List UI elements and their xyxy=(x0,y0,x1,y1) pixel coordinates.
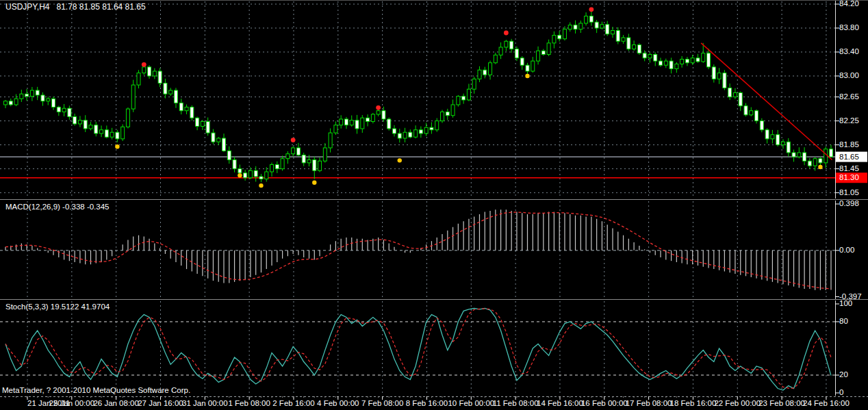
svg-text:17 Feb 08:00: 17 Feb 08:00 xyxy=(626,399,672,407)
svg-text:27 Jan 16:00: 27 Jan 16:00 xyxy=(138,399,183,407)
svg-text:81.30: 81.30 xyxy=(839,173,859,181)
svg-text:81.45: 81.45 xyxy=(839,164,859,172)
chart-background xyxy=(0,0,868,410)
svg-text:7 Feb 08:00: 7 Feb 08:00 xyxy=(361,399,403,407)
svg-text:0.00: 0.00 xyxy=(839,246,854,254)
svg-text:100: 100 xyxy=(839,299,852,307)
svg-text:82.25: 82.25 xyxy=(839,116,859,125)
svg-text:4 Feb 00:00: 4 Feb 00:00 xyxy=(317,399,359,407)
current-price-badge: 81.65 xyxy=(836,152,867,162)
svg-text:0.398: 0.398 xyxy=(839,199,859,207)
svg-text:25 Jan 00:00: 25 Jan 00:00 xyxy=(49,399,95,407)
svg-text:1 Feb 08:00: 1 Feb 08:00 xyxy=(228,399,270,407)
svg-text:83.40: 83.40 xyxy=(839,47,859,55)
svg-text:24 Feb 16:00: 24 Feb 16:00 xyxy=(803,399,850,407)
buy-dot xyxy=(398,158,402,162)
svg-text:8 Feb 16:00: 8 Feb 16:00 xyxy=(406,399,448,407)
buy-dot xyxy=(238,173,242,177)
svg-text:10 Feb 00:00: 10 Feb 00:00 xyxy=(448,399,494,407)
svg-text:0: 0 xyxy=(839,388,843,396)
svg-text:83.80: 83.80 xyxy=(839,23,859,31)
trading-terminal-chart-window[interactable]: 84.2083.8083.4083.0082.6582.2581.8581.45… xyxy=(0,0,868,410)
sell-dot xyxy=(291,138,296,142)
sell-dot xyxy=(504,31,509,36)
buy-dot xyxy=(115,144,119,149)
svg-text:31 Jan 00:00: 31 Jan 00:00 xyxy=(182,399,228,407)
svg-text:23 Feb 08:00: 23 Feb 08:00 xyxy=(758,399,805,407)
buy-dot xyxy=(525,74,529,78)
sell-dot xyxy=(376,105,381,110)
svg-text:16 Feb 00:00: 16 Feb 00:00 xyxy=(581,399,628,407)
svg-text:20: 20 xyxy=(839,370,848,379)
svg-text:82.65: 82.65 xyxy=(839,92,859,101)
svg-text:83.00: 83.00 xyxy=(839,71,859,79)
sell-dot xyxy=(142,62,146,67)
svg-text:14 Feb 16:00: 14 Feb 16:00 xyxy=(537,399,583,407)
svg-text:81.85: 81.85 xyxy=(839,140,859,149)
svg-text:81.05: 81.05 xyxy=(839,188,859,196)
svg-text:80: 80 xyxy=(839,317,848,325)
svg-text:2 Feb 16:00: 2 Feb 16:00 xyxy=(272,399,314,407)
svg-text:84.20: 84.20 xyxy=(839,0,859,8)
buy-dot xyxy=(312,181,316,185)
svg-text:26 Jan 08:00: 26 Jan 08:00 xyxy=(93,399,139,407)
buy-dot xyxy=(818,165,822,169)
buy-dot xyxy=(259,183,263,188)
svg-text:18 Feb 16:00: 18 Feb 16:00 xyxy=(670,399,717,407)
svg-text:11 Feb 08:00: 11 Feb 08:00 xyxy=(493,399,539,407)
alert-price-badge: 81.30 xyxy=(836,172,867,183)
svg-text:81.65: 81.65 xyxy=(839,153,859,161)
sell-dot xyxy=(589,7,593,12)
price-scale[interactable]: 84.2083.8083.4083.0082.6582.2581.8581.45… xyxy=(835,0,859,196)
chart-canvas[interactable]: 84.2083.8083.4083.0082.6582.2581.8581.45… xyxy=(0,0,868,410)
svg-text:22 Feb 00:00: 22 Feb 00:00 xyxy=(714,399,761,407)
